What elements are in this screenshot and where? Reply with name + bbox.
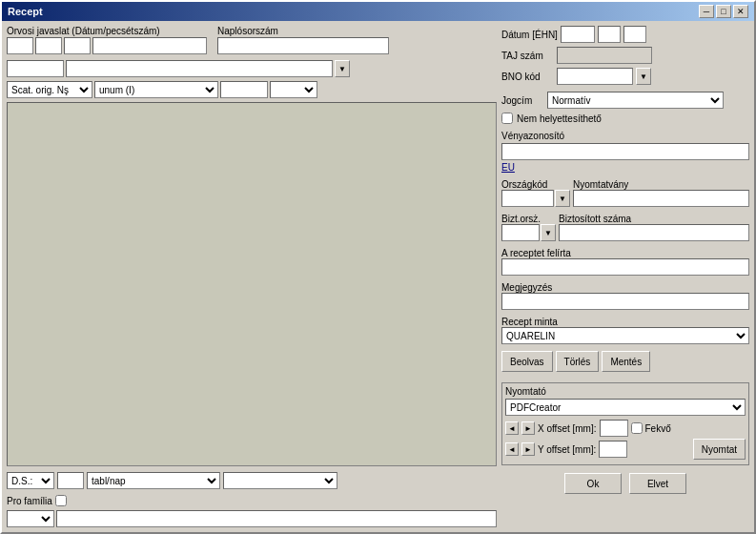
minimize-button[interactable]: ─ xyxy=(699,5,714,18)
jogcim-row: Jogcím Normatív xyxy=(501,92,749,109)
drug-code[interactable] xyxy=(7,60,64,77)
main-content: Orvosi javaslat (Dátum/pecsétszám) Napló… xyxy=(2,21,754,532)
receptet-section: A receptet felírta Dr. Sec Kálmán xyxy=(501,248,749,276)
datum-ev[interactable]: 2012 xyxy=(561,26,595,43)
scat-select[interactable]: Scat. orig. Nş xyxy=(7,81,92,98)
orszagkod-dropdown[interactable]: ▼ xyxy=(555,190,570,207)
bno-row: BNO kód ▼ xyxy=(501,68,749,85)
x-left-arrow[interactable]: ◄ xyxy=(505,421,519,435)
drug-row: QUARELIN TABLETTA 10 DB ▼ xyxy=(7,60,497,77)
orvosi-datum2[interactable] xyxy=(35,37,62,54)
megjegyzes-input[interactable] xyxy=(501,293,749,310)
nem-helyettesitheto-label: Nem helyettesíthető xyxy=(517,113,602,124)
taj-row: TAJ szám 111111110 xyxy=(501,47,749,64)
datum-nap[interactable]: 16 xyxy=(623,26,646,43)
nem-helyettesitheto-checkbox[interactable] xyxy=(501,113,513,124)
bottom-buttons: Ok Elvet xyxy=(501,473,749,494)
biztositott-label: Biztosított száma xyxy=(559,214,749,224)
taj-input[interactable]: 111111110 xyxy=(557,47,652,64)
naplo-group: Naplósorszám xyxy=(217,26,389,54)
tabl-select[interactable]: tabl/nap xyxy=(87,472,220,489)
orvosi-datum3[interactable] xyxy=(64,37,91,54)
torles-button[interactable]: Törlés xyxy=(556,351,600,372)
y-left-arrow[interactable]: ◄ xyxy=(505,442,519,456)
pro-familia-row: Pro família xyxy=(7,495,497,506)
ds-extra-select[interactable] xyxy=(223,472,337,489)
ds-value[interactable]: 1 xyxy=(57,472,84,489)
bno-input[interactable] xyxy=(557,68,633,85)
ok-button[interactable]: Ok xyxy=(564,473,622,494)
biztositott-input[interactable] xyxy=(559,224,749,241)
receptet-input[interactable]: Dr. Sec Kálmán xyxy=(501,258,749,276)
bottom-select1[interactable] xyxy=(7,510,54,527)
bizt-orsszag-input[interactable] xyxy=(501,224,540,241)
orvosi-datum1[interactable] xyxy=(7,37,33,54)
orszagkod-input[interactable] xyxy=(501,190,554,207)
jogcim-select[interactable]: Normatív xyxy=(547,92,724,109)
megjegyzes-section: Megjegyzés xyxy=(501,282,749,310)
orvosi-label: Orvosi javaslat (Dátum/pecsétszám) xyxy=(7,26,207,36)
bottom-input1[interactable] xyxy=(56,510,497,527)
datum-ho[interactable]: 02 xyxy=(598,26,621,43)
pro-familia-checkbox[interactable] xyxy=(55,495,67,506)
naplo-input[interactable] xyxy=(217,37,389,54)
beolvas-button[interactable]: Beolvas xyxy=(501,351,553,372)
ds-select[interactable]: D.S.: xyxy=(7,472,54,489)
nyomtato-section: Nyomtató PDFCreator ◄ ► X offset [mm]: 1… xyxy=(501,382,749,465)
nyomtato-select[interactable]: PDFCreator xyxy=(505,399,746,416)
title-bar: Recept ─ □ ✕ xyxy=(2,2,754,21)
nyomtavany-label: Nyomtatvány xyxy=(573,179,749,190)
megjegyzes-label: Megjegyzés xyxy=(501,282,749,293)
recept-minta-select[interactable]: QUARELIN xyxy=(501,327,749,344)
venyazon-input[interactable]: 210503746300204748 xyxy=(501,143,749,160)
biztositott-group: Biztosított száma xyxy=(559,214,749,241)
maximize-button[interactable]: □ xyxy=(716,5,731,18)
eu-link[interactable]: EU xyxy=(501,162,749,173)
drug-dropdown-btn[interactable]: ▼ xyxy=(335,60,350,77)
scat-val1[interactable] xyxy=(220,81,268,98)
left-panel: Orvosi javaslat (Dátum/pecsétszám) Napló… xyxy=(7,26,497,527)
window-title: Recept xyxy=(8,6,43,17)
orszagkod-label: Országkód xyxy=(501,179,570,190)
bno-dropdown-btn[interactable]: ▼ xyxy=(636,68,651,85)
bizt-orsszag-input-row: ▼ xyxy=(501,224,556,241)
venyazon-label: Vényazonosító xyxy=(501,131,749,141)
orvosi-pecset[interactable] xyxy=(92,37,207,54)
taj-label: TAJ szám xyxy=(501,51,554,61)
action-buttons: Beolvas Törlés Mentés xyxy=(501,351,749,372)
elvet-button[interactable]: Elvet xyxy=(629,473,686,494)
orszagkod-group: Országkód ▼ xyxy=(501,179,570,207)
x-offset-row: ◄ ► X offset [mm]: 15 Fekvő xyxy=(505,420,746,437)
bizt-orsszag-dropdown[interactable]: ▼ xyxy=(541,224,556,241)
x-offset-input[interactable]: 15 xyxy=(600,420,628,437)
mentes-button[interactable]: Mentés xyxy=(602,351,650,372)
nyomtato-row: PDFCreator xyxy=(505,399,746,416)
datum-label: Dátum [ÉHN] xyxy=(501,30,558,40)
nyomtato-label: Nyomtató xyxy=(505,386,746,397)
y-right-arrow[interactable]: ► xyxy=(521,442,535,456)
fekvő-label: Fekvő xyxy=(645,423,671,434)
bottom-input-row xyxy=(7,510,497,527)
jogcim-label: Jogcím xyxy=(501,95,544,106)
orszagkod-input-row: ▼ xyxy=(501,190,570,207)
unum-select[interactable]: unum (I) xyxy=(94,81,218,98)
orvosi-inputs xyxy=(7,37,207,54)
nyomtavany-input[interactable] xyxy=(573,190,749,207)
scat-val2[interactable] xyxy=(270,81,317,98)
orvosi-group: Orvosi javaslat (Dátum/pecsétszám) xyxy=(7,26,207,54)
recept-window: Recept ─ □ ✕ Orvosi javaslat (Dátum/pecs… xyxy=(0,0,756,534)
close-button[interactable]: ✕ xyxy=(733,5,748,18)
x-right-arrow[interactable]: ► xyxy=(521,421,535,435)
nyomtat-button[interactable]: Nyomtat xyxy=(693,439,746,460)
receptet-label: A receptet felírta xyxy=(501,248,749,258)
drug-name[interactable]: QUARELIN TABLETTA 10 DB xyxy=(66,60,333,77)
right-panel: Dátum [ÉHN] 2012 02 16 TAJ szám 11111111… xyxy=(501,26,749,527)
nem-helyettesitheto-row: Nem helyettesíthető xyxy=(501,113,749,124)
scat-row: Scat. orig. Nş unum (I) xyxy=(7,81,497,98)
y-offset-input[interactable]: 15 xyxy=(599,441,627,458)
fekvő-checkbox[interactable] xyxy=(631,422,643,434)
bizt-orsszag-group: Bizt.orsż. ▼ xyxy=(501,214,556,241)
bno-label: BNO kód xyxy=(501,72,554,82)
title-bar-buttons: ─ □ ✕ xyxy=(699,5,748,18)
pro-familia-label: Pro família xyxy=(7,496,52,506)
